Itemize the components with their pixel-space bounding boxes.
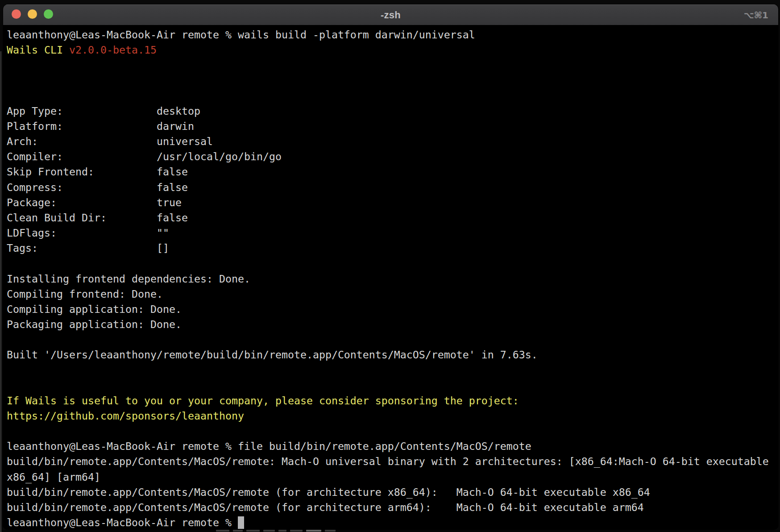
terminal-line (7, 332, 778, 347)
sliver-mark (290, 530, 303, 532)
terminal-line: build/bin/remote.app/Contents/MacOS/remo… (7, 454, 778, 469)
terminal-line: Compiling application: Done. (7, 302, 778, 317)
terminal-line: Compiling frontend: Done. (7, 287, 778, 302)
sliver-mark (263, 530, 275, 532)
terminal-line (7, 424, 778, 439)
terminal-line: Skip Frontend: false (7, 164, 778, 179)
terminal-line: Installing frontend dependencies: Done. (7, 271, 778, 287)
window-title: -zsh (3, 4, 778, 25)
terminal-line: Wails CLI v2.0.0-beta.15 (7, 42, 778, 58)
terminal-line: build/bin/remote.app/Contents/MacOS/remo… (7, 500, 778, 515)
terminal-line: Clean Build Dir: false (7, 210, 778, 225)
terminal-line: leaanthony@Leas-MacBook-Air remote % wai… (7, 27, 778, 42)
terminal-line: x86_64] [arm64] (7, 470, 778, 485)
terminal-line: https://github.com/sponsors/leaanthony (7, 408, 778, 424)
terminal-line: Tags: [] (7, 241, 778, 256)
terminal-line (7, 256, 778, 271)
terminal-line: App Type: desktop (7, 104, 778, 119)
terminal-line: Platform: darwin (7, 119, 778, 134)
terminal-line: Built '/Users/leaanthony/remote/build/bi… (7, 347, 778, 362)
sliver-mark (246, 530, 260, 532)
terminal-line (7, 58, 778, 73)
background-window-edge (0, 51, 1, 532)
terminal-screen[interactable]: leaanthony@Leas-MacBook-Air remote % wai… (3, 25, 778, 529)
terminal-line (7, 378, 778, 393)
sliver-mark (306, 530, 321, 532)
terminal-line: leaanthony@Leas-MacBook-Air remote % (7, 515, 778, 529)
sliver-mark (216, 530, 229, 532)
terminal-line: leaanthony@Leas-MacBook-Air remote % fil… (7, 439, 778, 454)
terminal-window: -zsh ⌥⌘1 leaanthony@Leas-MacBook-Air rem… (3, 4, 778, 529)
sliver-mark (325, 530, 336, 532)
tab-shortcut-label: ⌥⌘1 (743, 4, 768, 25)
background-window-sliver (0, 529, 780, 532)
terminal-line: Compress: false (7, 180, 778, 195)
terminal-cursor (238, 516, 244, 529)
terminal-line (7, 73, 778, 88)
terminal-line: Arch: universal (7, 134, 778, 149)
terminal-line (7, 88, 778, 104)
terminal-line: LDFlags: "" (7, 225, 778, 241)
terminal-line: Packaging application: Done. (7, 317, 778, 332)
terminal-line (7, 362, 778, 378)
sliver-mark (233, 530, 243, 532)
terminal-line: Compiler: /usr/local/go/bin/go (7, 149, 778, 164)
terminal-line: If Wails is useful to you or your compan… (7, 393, 778, 408)
title-bar[interactable]: -zsh ⌥⌘1 (3, 4, 778, 25)
sliver-mark (278, 530, 286, 532)
terminal-line: Package: true (7, 195, 778, 210)
terminal-line: build/bin/remote.app/Contents/MacOS/remo… (7, 485, 778, 500)
